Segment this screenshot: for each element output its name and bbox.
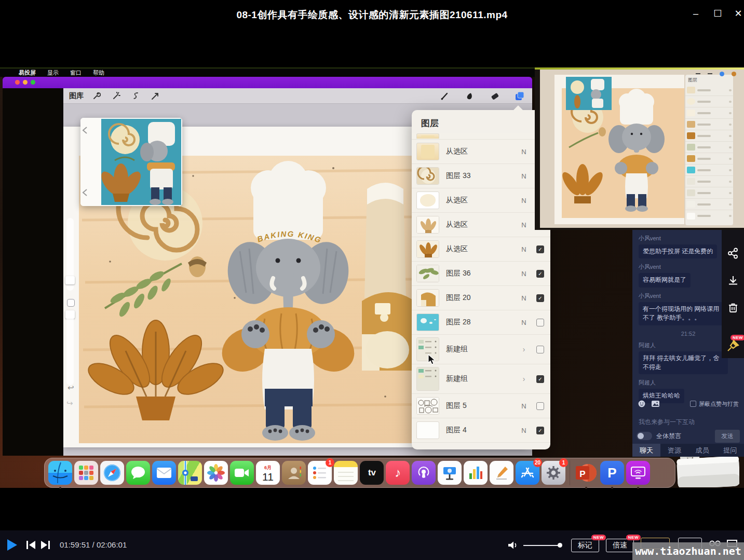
menu-item-window[interactable]: 窗口 xyxy=(70,69,82,77)
dock-icon-contacts[interactable] xyxy=(282,461,306,485)
layer-visibility-checkbox[interactable] xyxy=(536,319,544,326)
dock-icon-pages[interactable] xyxy=(490,461,513,485)
dock-icon-powerpoint[interactable]: P xyxy=(574,461,598,485)
volume-slider[interactable] xyxy=(523,545,561,546)
share-icon[interactable] xyxy=(726,247,740,260)
minimize-button[interactable]: – xyxy=(688,7,703,20)
dock-icon-reminders[interactable]: 1 xyxy=(308,461,332,485)
dock-icon-safari[interactable] xyxy=(100,461,124,485)
layer-group-row[interactable]: 新建组 › ✓ xyxy=(412,364,550,394)
dock-icon-launchpad[interactable] xyxy=(74,461,98,485)
layer-blend-mode[interactable]: N xyxy=(518,245,530,253)
group-expand-chevron[interactable]: › xyxy=(518,345,530,353)
brush-icon[interactable] xyxy=(439,90,450,102)
dock-icon-facetime[interactable] xyxy=(230,461,254,485)
image-upload-icon[interactable] xyxy=(651,400,660,408)
dock-icon-appstore[interactable]: 20 xyxy=(516,461,539,485)
layer-blend-mode[interactable]: N xyxy=(518,148,530,156)
layer-visibility-checkbox[interactable]: ✓ xyxy=(536,270,544,278)
traffic-light-minimize[interactable] xyxy=(23,80,28,85)
layer-visibility-checkbox[interactable] xyxy=(536,402,544,410)
layer-row[interactable]: 图层 36 N ✓ xyxy=(412,262,550,286)
layer-row[interactable]: 图层 5 N xyxy=(412,394,550,418)
tab-members[interactable]: 成员 xyxy=(688,444,716,457)
transform-arrow-icon[interactable] xyxy=(150,90,161,102)
maximize-button[interactable]: ☐ xyxy=(710,7,725,20)
undo-icon[interactable]: ↩ xyxy=(67,383,74,392)
speed-button[interactable]: 倍速 NEW xyxy=(606,539,634,552)
dock-icon-photos[interactable] xyxy=(204,461,228,485)
layer-row[interactable]: 图层 28 N xyxy=(412,310,550,335)
layer-visibility-checkbox[interactable]: ✓ xyxy=(536,375,544,383)
reference-panel[interactable] xyxy=(80,118,182,206)
layer-blend-mode[interactable]: N xyxy=(518,172,530,180)
next-button[interactable] xyxy=(40,540,50,550)
opacity-slider[interactable] xyxy=(66,311,74,385)
dock-icon-podcasts[interactable] xyxy=(412,461,436,485)
layer-row[interactable]: 图层 20 N ✓ xyxy=(412,286,550,310)
layer-blend-mode[interactable]: N xyxy=(518,294,530,302)
trash-icon[interactable] xyxy=(726,301,740,315)
layer-blend-mode[interactable]: N xyxy=(518,197,530,204)
mark-button[interactable]: 标记 NEW xyxy=(571,539,599,552)
volume-icon[interactable] xyxy=(508,540,519,550)
dock-icon-messages[interactable] xyxy=(126,461,150,485)
dock-icon-notes[interactable] xyxy=(334,461,358,485)
selection-icon[interactable] xyxy=(130,90,141,102)
window-title-bar[interactable] xyxy=(3,77,532,88)
gallery-button[interactable]: 图库 xyxy=(69,91,84,101)
dock-icon-mail[interactable] xyxy=(152,461,176,485)
dock-icon-music[interactable]: ♪ xyxy=(386,461,410,485)
tab-chat[interactable]: 聊天 xyxy=(632,444,660,457)
smudge-icon[interactable] xyxy=(464,90,476,102)
checkbox-icon[interactable] xyxy=(690,401,696,407)
layer-visibility-checkbox[interactable]: ✓ xyxy=(536,294,544,302)
redo-icon[interactable]: ↪ xyxy=(66,399,73,408)
layer-row[interactable]: 图层 4 N ✓ xyxy=(412,418,550,443)
layer-visibility-checkbox[interactable]: ✓ xyxy=(536,427,544,434)
tab-questions[interactable]: 提问 xyxy=(716,444,744,457)
group-expand-chevron[interactable]: › xyxy=(518,375,530,383)
layer-blend-mode[interactable]: N xyxy=(518,319,530,326)
traffic-light-zoom[interactable] xyxy=(31,80,35,85)
dock-icon-settings[interactable]: 1 xyxy=(542,461,565,485)
dock-icon-appletv[interactable]: tv xyxy=(360,461,384,485)
layer-blend-mode[interactable]: N xyxy=(518,402,530,410)
layer-visibility-checkbox[interactable] xyxy=(536,346,544,353)
actions-wrench-icon[interactable] xyxy=(91,90,102,102)
layer-row[interactable]: 图层 33 N xyxy=(412,164,550,188)
previous-button[interactable] xyxy=(26,540,36,550)
dock-icon-p-app[interactable]: P xyxy=(600,461,624,485)
menu-item-app[interactable]: 易投屏 xyxy=(19,69,36,77)
brush-size-handle[interactable] xyxy=(65,276,75,284)
pin-icon[interactable] xyxy=(726,339,740,352)
layer-row-partial[interactable] xyxy=(412,133,550,140)
layer-visibility-checkbox[interactable]: ✓ xyxy=(536,245,544,253)
layer-blend-mode[interactable]: N xyxy=(518,427,530,434)
dock-icon-screen-mirroring[interactable] xyxy=(626,461,650,485)
mute-all-toggle[interactable] xyxy=(637,432,652,440)
layers-panel-button[interactable] xyxy=(514,90,525,102)
dock-icon-maps[interactable] xyxy=(178,461,202,485)
layer-blend-mode[interactable]: N xyxy=(518,270,530,278)
menu-item-help[interactable]: 帮助 xyxy=(93,69,104,77)
dock-icon-numbers[interactable] xyxy=(464,461,488,485)
close-button[interactable]: ✕ xyxy=(731,7,744,20)
menu-item-display[interactable]: 显示 xyxy=(47,69,59,77)
volume-slider-handle[interactable] xyxy=(558,543,562,548)
block-likes-checkbox[interactable]: 屏蔽点赞与打赏 xyxy=(690,400,739,408)
send-button[interactable]: 发送 xyxy=(715,430,740,443)
play-button[interactable] xyxy=(7,539,17,551)
dock-icon-calendar[interactable]: 6月 11 xyxy=(256,461,280,485)
adjustments-wand-icon[interactable] xyxy=(111,90,122,102)
modify-button[interactable] xyxy=(67,299,75,307)
layer-row[interactable]: 从选区 N xyxy=(412,213,550,237)
layer-row[interactable]: 从选区 N xyxy=(412,140,550,164)
dock-icon-keynote[interactable] xyxy=(438,461,462,485)
emoji-icon[interactable] xyxy=(638,400,646,408)
layer-row[interactable]: 从选区 N xyxy=(412,188,550,213)
tab-resources[interactable]: 资源 xyxy=(660,444,688,457)
layer-blend-mode[interactable]: N xyxy=(518,221,530,229)
eraser-icon[interactable] xyxy=(489,90,500,102)
download-icon[interactable] xyxy=(726,274,740,288)
